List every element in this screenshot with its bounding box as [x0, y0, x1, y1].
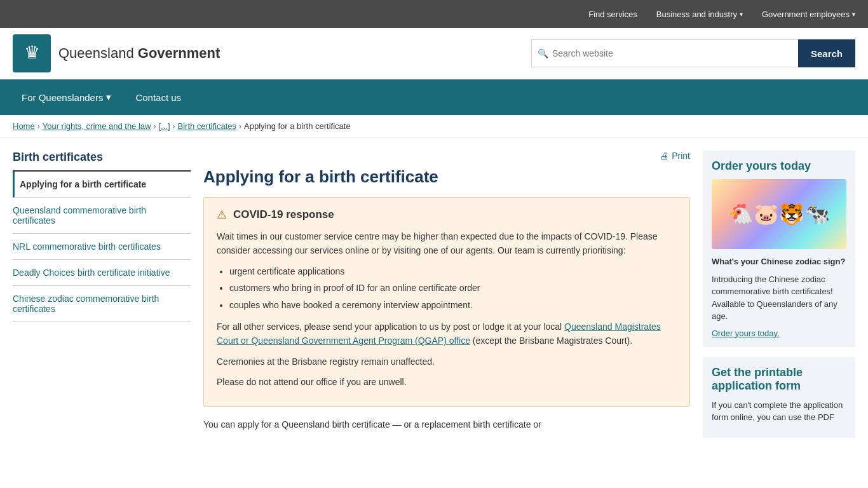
zodiac-order-link[interactable]: Order yours today. [712, 329, 780, 338]
breadcrumb-home[interactable]: Home [13, 121, 35, 131]
svg-text:♛: ♛ [24, 43, 40, 62]
main-layout: Birth certificates Applying for a birth … [0, 138, 868, 461]
search-area: 🔍 Search [531, 39, 855, 67]
main-content: 🖨 Print Applying for a birth certificate… [203, 151, 690, 448]
sidebar-title: Birth certificates [13, 151, 191, 172]
zodiac-animals-icon: 🐔🐷🐯🐄 [728, 202, 830, 226]
queensland-crest-icon: ♛ [13, 34, 51, 72]
breadcrumb-current: Applying for a birth certificate [244, 121, 351, 131]
list-item: customers who bring in proof of ID for a… [229, 281, 677, 295]
zodiac-description: Introducing the Chinese zodiac commemora… [712, 273, 846, 323]
covid-notice: ⚠ COVID-19 response Wait times in our cu… [203, 197, 690, 407]
main-nav: For Queenslanders ▾ Contact us [0, 79, 868, 115]
covid-intro: Wait times in our customer service centr… [217, 229, 677, 258]
chevron-down-icon: ▾ [740, 11, 743, 18]
covid-outro1: For all other services, please send your… [217, 320, 677, 348]
list-item: couples who have booked a ceremony inter… [229, 298, 677, 312]
site-title: Queensland Government [58, 45, 220, 62]
covid-bullet-list: urgent certificate applications customer… [229, 264, 677, 312]
warning-icon: ⚠ [217, 208, 227, 222]
search-input-wrapper: 🔍 [531, 39, 798, 67]
breadcrumb-separator: › [153, 122, 156, 131]
top-bar: Find services Business and industry ▾ Go… [0, 0, 868, 28]
zodiac-subtitle: What's your Chinese zodiac sign? [712, 255, 846, 268]
printable-form-card: Get the printable application form If yo… [703, 357, 855, 438]
covid-title: COVID-19 response [233, 208, 334, 221]
sidebar-item-applying[interactable]: Applying for a birth certificate [13, 172, 191, 198]
zodiac-image: 🐔🐷🐯🐄 [712, 179, 846, 249]
covid-outro3: Please do not attend our office if you a… [217, 375, 677, 389]
right-sidebar: Order yours today 🐔🐷🐯🐄 What's your Chine… [703, 151, 855, 448]
nav-item-for-queenslanders[interactable]: For Queenslanders ▾ [13, 79, 120, 115]
find-services-link[interactable]: Find services [588, 10, 637, 19]
search-button[interactable]: Search [798, 39, 855, 67]
printable-form-description: If you can't complete the application fo… [712, 399, 846, 424]
breadcrumb-separator: › [37, 122, 40, 131]
search-icon: 🔍 [538, 48, 548, 58]
print-icon: 🖨 [660, 151, 668, 161]
government-employees-link[interactable]: Government employees ▾ [762, 10, 855, 19]
breadcrumb: Home › Your rights, crime and the law › … [0, 115, 868, 138]
chevron-down-icon: ▾ [106, 92, 111, 103]
nav-item-contact-us[interactable]: Contact us [126, 79, 190, 115]
search-input[interactable] [531, 39, 798, 67]
business-industry-link[interactable]: Business and industry ▾ [656, 10, 743, 19]
sidebar: Birth certificates Applying for a birth … [13, 151, 191, 448]
logo-area: ♛ Queensland Government [13, 34, 220, 72]
print-link[interactable]: 🖨 Print [660, 151, 690, 161]
sidebar-item-qld-commemorative[interactable]: Queensland commemorative birth certifica… [13, 198, 191, 234]
site-header: ♛ Queensland Government 🔍 Search [0, 28, 868, 79]
printable-form-title: Get the printable application form [712, 366, 846, 393]
sidebar-item-deadly-choices[interactable]: Deadly Choices birth certificate initiat… [13, 260, 191, 286]
chevron-down-icon: ▾ [852, 11, 855, 18]
covid-header: ⚠ COVID-19 response [217, 208, 677, 222]
covid-outro2: Ceremonies at the Brisbane registry rema… [217, 355, 677, 369]
zodiac-card: Order yours today 🐔🐷🐯🐄 What's your Chine… [703, 151, 855, 347]
sidebar-item-nrl-commemorative[interactable]: NRL commemorative birth certificates [13, 234, 191, 260]
breadcrumb-separator: › [239, 122, 241, 131]
print-bar: 🖨 Print [203, 151, 690, 161]
breadcrumb-ellipsis[interactable]: [...] [158, 121, 170, 131]
below-notice-text: You can apply for a Queensland birth cer… [203, 419, 690, 430]
zodiac-card-title: Order yours today [712, 159, 846, 173]
breadcrumb-rights[interactable]: Your rights, crime and the law [43, 121, 151, 131]
breadcrumb-separator: › [173, 122, 175, 131]
page-title: Applying for a birth certificate [203, 167, 690, 187]
breadcrumb-birth-certs[interactable]: Birth certificates [178, 121, 236, 131]
sidebar-item-chinese-zodiac[interactable]: Chinese zodiac commemorative birth certi… [13, 286, 191, 322]
list-item: urgent certificate applications [229, 264, 677, 278]
